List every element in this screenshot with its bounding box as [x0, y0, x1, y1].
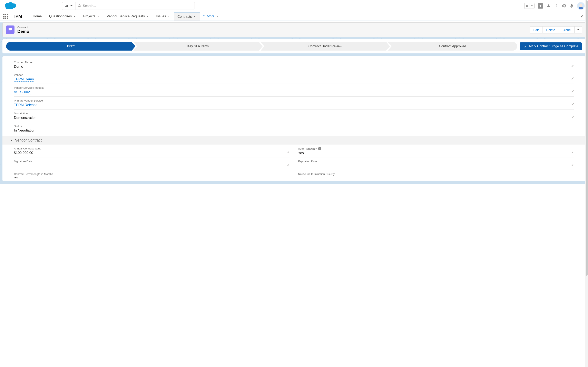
- chevron-down-icon: [216, 15, 219, 17]
- field-label: Auto-Renewal? i: [298, 147, 574, 150]
- record-header: Contract Demo Edit Delete Clone: [2, 22, 586, 37]
- edit-field-pencil-icon[interactable]: [571, 151, 574, 154]
- svg-text:?: ?: [555, 4, 557, 8]
- nav-item-vendor-service-requests[interactable]: Vendor Service Requests: [103, 12, 153, 21]
- field-label: Notice for Termination Due By: [298, 173, 574, 175]
- favorites-dropdown-icon[interactable]: [529, 3, 534, 8]
- app-nav-bar: TPM Home Questionnaires Projects Vendor …: [0, 12, 588, 21]
- field-value-link[interactable]: VSR - 0021: [14, 90, 32, 94]
- field-contract-name: Contract Name Demo: [14, 59, 574, 71]
- record-object-label: Contract: [17, 26, 29, 29]
- field-description: Description Demonstration: [14, 110, 574, 122]
- check-icon: [523, 44, 527, 48]
- nav-item-projects[interactable]: Projects: [79, 12, 103, 21]
- field-value: Yes: [298, 151, 574, 155]
- field-signature-date: Signature Date: [14, 158, 290, 170]
- header-utility-icons: + ?: [524, 2, 585, 10]
- path-stage[interactable]: Contract Approved: [388, 42, 517, 50]
- nav-item-more[interactable]: *More: [200, 12, 222, 21]
- edit-field-pencil-icon[interactable]: [571, 164, 574, 166]
- field-value-link[interactable]: TPRM Release: [14, 103, 37, 107]
- chevron-down-icon: [577, 29, 579, 31]
- contract-object-icon: [6, 25, 15, 34]
- salesforce-logo: [3, 1, 17, 11]
- record-detail: Contract Name Demo Vendor TPRM Demo Vend…: [2, 56, 586, 181]
- field-contract-term-months: Contract Term/Length in Months 36: [14, 171, 290, 180]
- field-label: Annual Contract Value: [14, 147, 290, 150]
- mark-stage-complete-button[interactable]: Mark Contract Stage as Complete: [520, 42, 582, 50]
- scrollbar[interactable]: [585, 0, 588, 184]
- favorite-star-icon[interactable]: [525, 3, 529, 8]
- path-stage[interactable]: Contract Under Review: [261, 42, 390, 50]
- edit-field-pencil-icon[interactable]: [571, 103, 574, 106]
- section-title: Vendor Contract: [15, 138, 42, 142]
- notifications-bell-icon[interactable]: [570, 4, 574, 8]
- field-auto-renewal: Auto-Renewal? i Yes: [298, 145, 574, 157]
- field-label: Primary Vendor Service: [14, 99, 574, 102]
- field-value: Demo: [14, 65, 574, 69]
- record-titles: Contract Demo: [17, 26, 29, 34]
- edit-field-pencil-icon[interactable]: [571, 116, 574, 118]
- scrollbar-thumb[interactable]: [586, 0, 588, 184]
- field-value: [14, 164, 290, 168]
- edit-field-pencil-icon[interactable]: [287, 164, 290, 166]
- field-annual-contract-value: Annual Contract Value $100,000.00: [14, 145, 290, 157]
- field-primary-vendor-service: Primary Vendor Service TPRM Release: [14, 98, 574, 109]
- field-value: Demonstration: [14, 116, 574, 120]
- record-actions-more-button[interactable]: [575, 26, 582, 33]
- section-vendor-contract[interactable]: Vendor Contract: [2, 136, 586, 145]
- chevron-down-icon: [194, 15, 196, 18]
- nav-item-questionnaires[interactable]: Questionnaires: [45, 12, 79, 21]
- edit-button[interactable]: Edit: [530, 26, 543, 33]
- edit-field-pencil-icon[interactable]: [571, 64, 574, 67]
- global-search-input[interactable]: [83, 4, 192, 8]
- nav-item-home[interactable]: Home: [29, 12, 45, 21]
- chevron-down-icon: [168, 15, 170, 17]
- app-launcher-icon[interactable]: [3, 14, 8, 19]
- field-label: Vendor: [14, 73, 574, 76]
- global-add-button[interactable]: +: [538, 3, 543, 8]
- app-name: TPM: [13, 14, 22, 19]
- nav-item-contracts[interactable]: Contracts: [174, 12, 200, 21]
- search-input-container: [76, 2, 195, 9]
- global-header: All + ?: [0, 0, 588, 12]
- field-status: Status In Negotiation: [14, 123, 574, 134]
- setup-gear-icon[interactable]: [562, 4, 566, 8]
- clone-button[interactable]: Clone: [559, 26, 575, 33]
- edit-field-pencil-icon[interactable]: [287, 151, 290, 154]
- field-label: Status: [14, 125, 574, 128]
- favorites-control: [524, 3, 535, 9]
- field-notice-termination-due: Notice for Termination Due By: [298, 171, 574, 180]
- field-value: [298, 164, 574, 168]
- search-icon: [78, 4, 81, 8]
- field-value-link[interactable]: TPRM Demo: [14, 77, 34, 82]
- field-label: Contract Term/Length in Months: [14, 173, 290, 175]
- chevron-down-icon: [97, 15, 99, 17]
- help-icon[interactable]: ?: [554, 4, 559, 8]
- search-scope-label: All: [65, 4, 69, 8]
- field-vendor: Vendor TPRM Demo: [14, 72, 574, 84]
- user-avatar[interactable]: [577, 2, 585, 10]
- chevron-down-icon: [73, 15, 76, 17]
- record-name: Demo: [17, 29, 29, 34]
- field-value: In Negotiation: [14, 128, 574, 133]
- nav-item-issues[interactable]: Issues: [153, 12, 174, 21]
- info-icon[interactable]: i: [318, 147, 321, 150]
- path-card: Draft Key SLA Items Contract Under Revie…: [2, 39, 586, 53]
- delete-button[interactable]: Delete: [543, 26, 559, 33]
- field-label: Contract Name: [14, 61, 574, 64]
- field-label: Signature Date: [14, 160, 290, 163]
- field-vendor-service-request: Vendor Service Request VSR - 0021: [14, 85, 574, 97]
- path-stage[interactable]: Draft: [6, 42, 135, 50]
- nav-items: Home Questionnaires Projects Vendor Serv…: [29, 12, 222, 21]
- trailhead-icon[interactable]: [546, 4, 551, 8]
- edit-nav-pencil-icon[interactable]: [580, 15, 585, 18]
- search-scope-selector[interactable]: All: [62, 2, 76, 9]
- path-stage[interactable]: Key SLA Items: [133, 42, 263, 50]
- field-label: Expiration Date: [298, 160, 574, 163]
- field-value: $100,000.00: [14, 151, 290, 155]
- edit-field-pencil-icon[interactable]: [571, 77, 574, 80]
- field-label: Description: [14, 112, 574, 115]
- edit-field-pencil-icon[interactable]: [571, 90, 574, 93]
- field-value: 36: [14, 176, 290, 178]
